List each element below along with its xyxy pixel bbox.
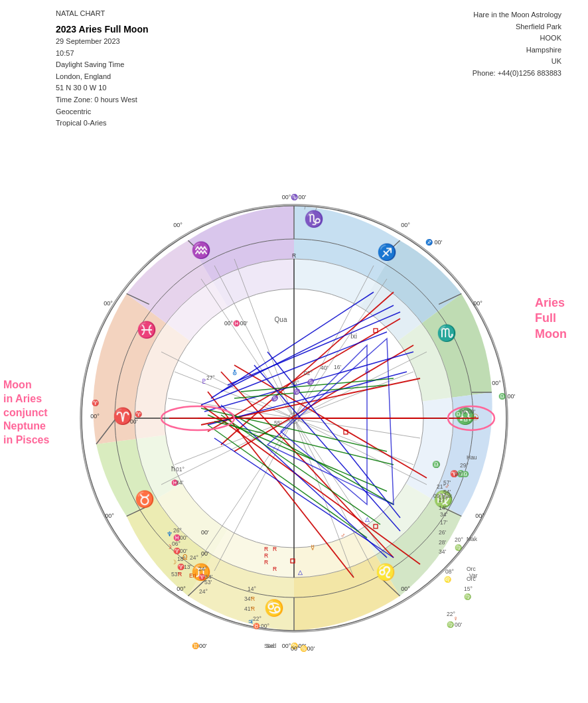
svg-text:53': 53' (204, 579, 212, 586)
svg-text:Sed: Sed (264, 643, 274, 649)
svg-text:R: R (264, 559, 268, 566)
svg-text:♎: ♎ (432, 460, 441, 469)
natal-chart-svg: ♑ ♐ ♏ ♎ ♍ ♌ ♋ ♊ ♉ ♈ ♓ ♒ 00°♑00' 00° ♐ 00… (68, 146, 520, 664)
svg-text:R: R (273, 566, 277, 572)
svg-text:♎: ♎ (462, 471, 469, 478)
svg-text:R: R (264, 546, 268, 552)
svg-text:♂: ♂ (340, 532, 346, 539)
svg-text:♍: ♍ (464, 593, 472, 601)
svg-text:00°: 00° (473, 300, 482, 307)
svg-text:28': 28' (439, 539, 446, 546)
svg-text:♉: ♉ (135, 489, 155, 508)
svg-text:00': 00' (201, 529, 209, 536)
svg-text:00': 00' (468, 408, 475, 415)
svg-text:09°: 09° (433, 493, 442, 499)
svg-text:00°: 00° (261, 623, 269, 629)
aries-full-moon-label: AriesFullMoon (535, 295, 581, 342)
svg-text:24°: 24° (198, 566, 207, 572)
svg-text:☽: ☽ (167, 544, 172, 550)
header-left: NATAL CHART 2023 Aries Full Moon 29 Sept… (56, 9, 149, 129)
svg-text:29°: 29° (460, 462, 469, 469)
svg-text:♑: ♑ (270, 395, 279, 402)
svg-text:00°: 00° (475, 512, 484, 519)
svg-text:♉: ♉ (253, 623, 260, 630)
svg-text:34': 34' (176, 479, 183, 486)
svg-text:26': 26' (439, 529, 446, 536)
moon-neptune-label: Moonin AriesconjunctNeptunein Pisces (3, 378, 66, 447)
svg-text:00': 00' (180, 548, 187, 554)
svg-text:34': 34' (439, 548, 446, 555)
svg-text:55': 55' (274, 420, 281, 426)
svg-text:00°: 00° (401, 586, 410, 592)
svg-text:♏: ♏ (437, 323, 457, 343)
svg-text:R: R (178, 571, 182, 578)
svg-text:△: △ (298, 569, 303, 576)
svg-text:R: R (264, 552, 268, 559)
svg-text:☿: ☿ (311, 544, 315, 551)
svg-text:27°: 27° (274, 386, 283, 393)
svg-text:ħ: ħ (171, 465, 175, 473)
svg-text:♈: ♈ (92, 399, 100, 407)
svg-text:♑: ♑ (306, 378, 315, 386)
svg-text:♋: ♋ (264, 598, 284, 617)
svg-text:♎ 00': ♎ 00' (498, 392, 516, 400)
chart-title: 2023 Aries Full Moon (56, 24, 149, 35)
svg-text:00': 00' (180, 534, 187, 541)
svg-text:08°: 08° (445, 568, 454, 575)
svg-text:18°: 18° (177, 556, 186, 562)
svg-text:R: R (292, 252, 296, 259)
svg-text:△: △ (365, 516, 370, 522)
svg-text:16': 16' (334, 364, 341, 370)
svg-text:14': 14' (439, 505, 446, 511)
svg-text:20°: 20° (455, 536, 463, 543)
svg-text:♓: ♓ (137, 320, 157, 339)
svg-text:⛢: ⛢ (232, 369, 237, 376)
svg-text:Orc: Orc (467, 566, 476, 572)
svg-text:00°: 00° (401, 222, 410, 228)
svg-text:15°: 15° (464, 586, 473, 592)
svg-text:♍: ♍ (447, 621, 455, 629)
svg-text:Hau: Hau (467, 454, 477, 461)
svg-text:♊00': ♊00' (192, 642, 207, 650)
svg-text:22°: 22° (253, 615, 261, 622)
svg-text:♈: ♈ (135, 410, 143, 418)
natal-chart-label: NATAL CHART (56, 9, 149, 17)
svg-text:♌: ♌ (444, 576, 452, 584)
svg-text:00°: 00° (105, 512, 114, 519)
svg-text:♑: ♑ (304, 209, 324, 228)
svg-text:♂: ♂ (445, 483, 450, 490)
svg-text:Ixi: Ixi (350, 333, 357, 340)
svg-text:06°: 06° (172, 540, 181, 547)
svg-text:00°♓00': 00°♓00' (224, 320, 248, 327)
svg-text:♒: ♒ (191, 240, 211, 260)
svg-text:♎: ♎ (455, 410, 463, 418)
svg-text:R: R (251, 595, 255, 602)
svg-text:00°♋00': 00°♋00' (291, 645, 315, 653)
svg-text:Mak: Mak (441, 493, 453, 499)
svg-text:06°: 06° (291, 380, 299, 386)
svg-text:00': 00' (455, 621, 462, 628)
svg-text:14°: 14° (248, 586, 256, 592)
svg-text:R: R (273, 546, 277, 552)
svg-text:☽: ☽ (171, 559, 177, 566)
svg-text:21°: 21° (437, 483, 445, 490)
svg-text:Orc: Orc (467, 576, 476, 582)
svg-text:Eri: Eri (189, 572, 196, 579)
svg-text:♑: ♑ (292, 388, 301, 396)
svg-text:24°: 24° (199, 588, 208, 595)
svg-text:00': 00' (201, 550, 209, 557)
svg-text:34': 34' (440, 511, 447, 518)
header-right: Hare in the Moon Astrology Sherfield Par… (473, 9, 561, 80)
svg-text:40': 40' (321, 364, 328, 371)
svg-text:00°: 00° (90, 413, 100, 420)
svg-text:01°: 01° (176, 466, 184, 473)
svg-text:♆: ♆ (167, 530, 173, 538)
svg-text:26°: 26° (173, 527, 182, 534)
svg-text:♎: ♎ (462, 416, 470, 424)
svg-text:Mak: Mak (467, 536, 478, 542)
svg-text:13': 13' (184, 564, 191, 570)
svg-text:00°♑00': 00°♑00' (282, 193, 307, 201)
svg-text:00°: 00° (104, 300, 113, 307)
svg-text:♐ 00': ♐ 00' (425, 238, 443, 246)
svg-text:27°: 27° (206, 374, 215, 381)
